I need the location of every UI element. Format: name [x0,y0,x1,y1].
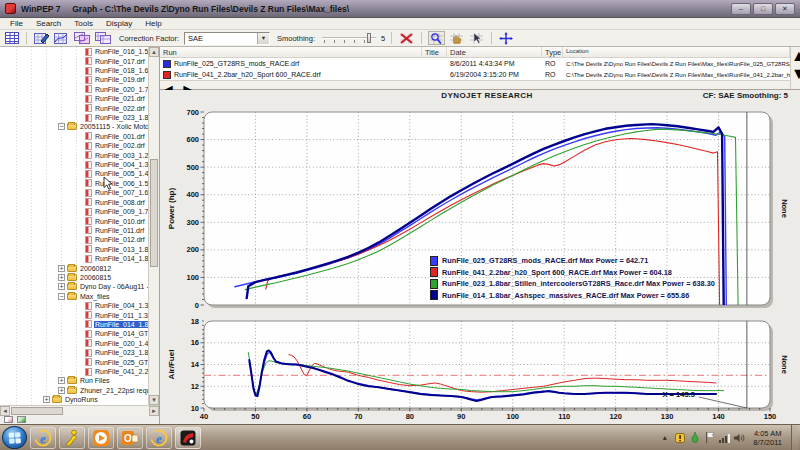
tree-item[interactable]: +DynoRuns [0,395,148,404]
alert-icon[interactable] [674,432,685,443]
pan-tool-button[interactable] [448,31,465,45]
tree-expander-icon[interactable]: + [58,274,65,281]
tree-item[interactable]: RunFile_023_1.8ba [0,113,148,122]
menu-help[interactable]: Help [139,19,167,28]
tree-expander-icon[interactable]: + [58,377,65,384]
tree-item[interactable]: RunFile_041_2.2ba [0,367,148,376]
filelist-vertical-scrollbar[interactable]: ▲ ▼ [790,47,800,89]
filelist-header[interactable]: RunTitleDateTypeLocation [160,47,790,58]
restore-button[interactable]: □ [753,3,773,15]
tree-item[interactable]: RunFile_014_1.8ba [0,254,148,263]
column-header-date[interactable]: Date [447,47,542,57]
tree-item[interactable]: RunFile_011_1.3ba [0,310,148,319]
tree-expander-icon[interactable]: + [58,387,65,394]
zoom-tool-button[interactable] [428,31,445,45]
smoothing-slider[interactable] [320,32,378,44]
tree-expander-icon[interactable]: − [58,293,65,300]
tree-item[interactable]: RunFile_011.drf [0,226,148,235]
tree-item[interactable]: RunFile_010.drf [0,216,148,225]
tree-item[interactable]: RunFile_025_GT28 [0,357,148,366]
tree-item[interactable]: RunFile_004_1.3ba [0,160,148,169]
taskbar-clock[interactable]: 4:05 AM 8/7/2011 [749,429,786,447]
taskbar-app-media-player[interactable] [88,427,114,449]
scroll-up-icon[interactable]: ▲ [791,47,800,64]
tree-item[interactable]: RunFile_006_1.5ba [0,179,148,188]
tree-item[interactable]: RunFile_008.drf [0,198,148,207]
tree-expander-icon[interactable]: + [58,283,65,290]
tree-item[interactable]: RunFile_020_1.7ba [0,85,148,94]
action-center-flag-icon[interactable] [704,432,715,443]
graph-line-button[interactable] [53,31,70,45]
tree-expander-icon[interactable]: + [58,265,65,272]
tree-item[interactable]: +20060812 [0,263,148,272]
tree-item[interactable]: RunFile_014_1.8ba [0,320,148,329]
scrollbar-thumb[interactable] [11,407,63,415]
crosshair-tool-button[interactable] [498,31,514,45]
taskbar-app-aim[interactable] [59,427,85,449]
tree-item[interactable]: RunFile_014_GT28 [0,329,148,338]
menu-tools[interactable]: Tools [68,19,99,28]
tree-item[interactable]: RunFile_013_1.8ba [0,245,148,254]
scroll-right-icon[interactable]: ► [149,406,159,416]
tree-item[interactable]: +Run Files [0,376,148,385]
scroll-down-icon[interactable]: ▼ [791,65,800,82]
menu-display[interactable]: Display [100,19,138,28]
filelist-horizontal-scrollbar[interactable]: ◄ ► [160,80,790,89]
tree-expander-icon[interactable]: − [58,123,65,130]
volume-icon[interactable] [734,432,745,443]
hidden-icons-arrow-icon[interactable]: ▴ [659,432,670,443]
tree-expander-icon[interactable]: + [43,396,50,403]
taskbar-app-internet-explorer-2[interactable]: e [146,427,172,449]
taskbar-app-internet-explorer[interactable]: e [30,427,56,449]
tree-item[interactable]: RunFile_023_1.8ba [0,348,148,357]
scrollbar-thumb[interactable] [150,159,158,267]
tree-item[interactable]: −20051115 - Xolic Motor [0,122,148,131]
tree-item[interactable]: RunFile_012.drf [0,235,148,244]
column-header-run[interactable]: Run [160,47,422,57]
minimize-button[interactable]: – [731,3,751,15]
tree-item[interactable]: RunFile_001.drf [0,132,148,141]
tree-horizontal-scrollbar[interactable]: ◄ ► [0,405,159,416]
mini-chart-icon[interactable] [4,416,13,423]
tree-item[interactable]: RunFile_021.drf [0,94,148,103]
tree-item[interactable]: +20060815 [0,273,148,282]
tree-item[interactable]: RunFile_003_1.2ba [0,150,148,159]
airfuel-chart[interactable]: 1012141618405060708090100110120130140150… [160,318,800,424]
tree-item[interactable]: RunFile_017.drf [0,56,148,65]
tree-item[interactable]: +Zhuner_21_22psi reque [0,386,148,395]
scroll-left-icon[interactable]: ◄ [0,406,10,416]
tree-item[interactable]: RunFile_020_1.4ba [0,339,148,348]
power-plan-icon[interactable] [689,432,700,443]
graph-edit-button[interactable] [33,31,50,45]
clear-graph-button[interactable] [398,31,415,45]
file-row[interactable]: RunFile_041_2.2bar_h20_Sport 600_RACE.dr… [160,69,790,80]
start-button[interactable] [2,426,27,449]
file-row[interactable]: RunFile_025_GT28RS_mods_RACE.drf8/6/2011… [160,58,790,69]
tree-item[interactable]: +Dyno Day - 06Aug11 - 3 [0,282,148,291]
mini-chart-icon[interactable] [17,416,26,423]
scroll-down-icon[interactable]: ▼ [149,395,159,405]
compare-graphs-button[interactable] [94,31,112,45]
tree-item[interactable]: RunFile_019.drf [0,75,148,84]
title-bar[interactable]: WinPEP 7 Graph - C:\The Devils Z\Dyno Ru… [0,0,800,18]
slider-thumb[interactable] [367,33,371,43]
tree-item[interactable]: RunFile_009_1.7ba [0,207,148,216]
correction-factor-select[interactable]: SAE ▼ [184,32,270,45]
tree-item[interactable]: RunFile_004_1.3ba [0,301,148,310]
tree-item[interactable]: RunFile_002.drf [0,141,148,150]
column-header-type[interactable]: Type [542,47,563,57]
close-button[interactable]: ✕ [775,3,795,15]
network-icon[interactable] [719,432,730,443]
select-tool-button[interactable] [468,31,485,45]
tree-vertical-scrollbar[interactable]: ▲ ▼ [148,47,159,405]
tree-item[interactable]: −Max_files [0,292,148,301]
taskbar-app-outlook[interactable]: O [117,427,143,449]
column-header-location[interactable]: Location [563,47,790,57]
menu-search[interactable]: Search [30,19,67,28]
column-header-title[interactable]: Title [422,47,447,57]
show-desktop-button[interactable] [791,425,798,450]
tree-item[interactable]: RunFile_018_1.6ba [0,66,148,75]
overlay-graphs-button[interactable] [73,31,91,45]
taskbar-app-winpep[interactable] [175,427,201,449]
table-view-button[interactable] [4,31,20,45]
